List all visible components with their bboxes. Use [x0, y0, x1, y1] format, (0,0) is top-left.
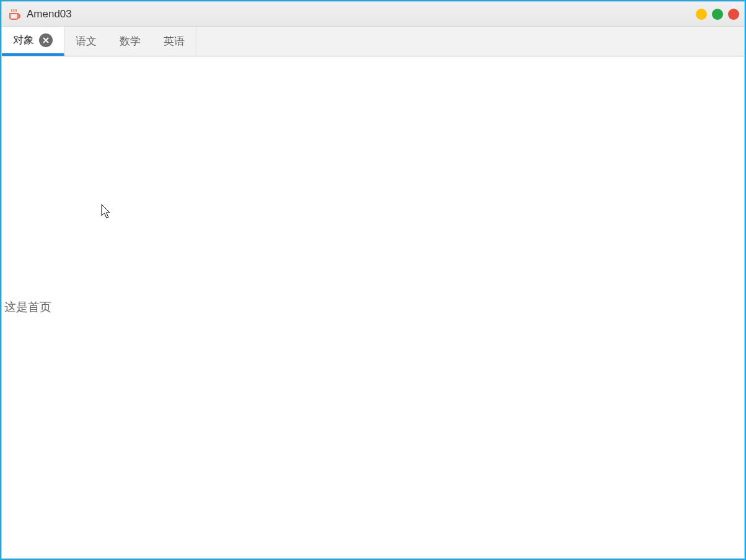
window-title: Amend03	[27, 8, 696, 20]
tab-object[interactable]: 对象	[2, 27, 64, 56]
application-window: Amend03 对象 语文 数学 英语 这是首页	[1, 1, 745, 559]
tab-chinese[interactable]: 语文	[64, 27, 108, 56]
tab-english[interactable]: 英语	[152, 27, 196, 56]
window-controls	[696, 9, 739, 20]
titlebar: Amend03	[2, 2, 744, 27]
cursor-icon	[101, 204, 113, 220]
tab-label: 数学	[120, 34, 141, 48]
tab-math[interactable]: 数学	[108, 27, 152, 56]
maximize-button[interactable]	[712, 9, 723, 20]
app-icon	[7, 7, 22, 22]
tab-label: 英语	[164, 34, 185, 48]
content-area: 这是首页	[2, 56, 744, 558]
minimize-button[interactable]	[696, 9, 707, 20]
tab-bar: 对象 语文 数学 英语	[2, 27, 744, 56]
tab-label: 对象	[13, 33, 34, 47]
home-page-text: 这是首页	[2, 299, 51, 315]
close-window-button[interactable]	[728, 9, 739, 20]
tab-label: 语文	[76, 34, 97, 48]
close-tab-icon[interactable]	[39, 33, 53, 47]
